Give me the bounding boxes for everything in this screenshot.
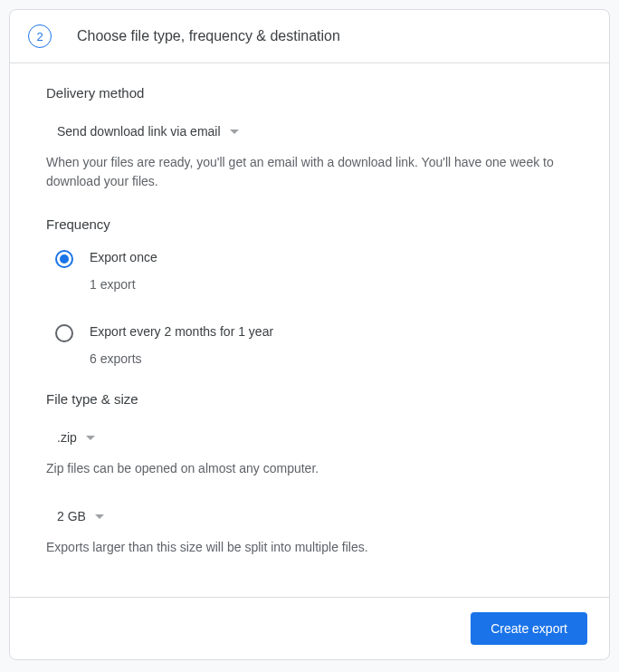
- file-type-helper: Zip files can be opened on almost any co…: [46, 459, 573, 478]
- create-export-button[interactable]: Create export: [471, 612, 587, 645]
- caret-down-icon: [95, 514, 104, 519]
- frequency-option-bimonthly[interactable]: Export every 2 months for 1 year 6 expor…: [55, 324, 573, 366]
- frequency-radio-group: Export once 1 export Export every 2 mont…: [55, 250, 573, 366]
- radio-text-group: Export every 2 months for 1 year 6 expor…: [90, 324, 273, 366]
- radio-text-group: Export once 1 export: [90, 250, 157, 292]
- radio-label: Export every 2 months for 1 year: [90, 324, 273, 339]
- radio-icon: [55, 324, 73, 342]
- delivery-method-title: Delivery method: [46, 85, 573, 101]
- export-settings-card: 2 Choose file type, frequency & destinat…: [9, 9, 610, 660]
- frequency-option-once[interactable]: Export once 1 export: [55, 250, 573, 292]
- frequency-title: Frequency: [46, 216, 573, 232]
- file-size-helper: Exports larger than this size will be sp…: [46, 538, 573, 557]
- step-header: 2 Choose file type, frequency & destinat…: [10, 10, 609, 63]
- filetype-title: File type & size: [46, 391, 573, 407]
- file-type-dropdown[interactable]: .zip: [50, 425, 102, 450]
- radio-icon: [55, 250, 73, 268]
- radio-sublabel: 1 export: [90, 277, 157, 292]
- settings-body: Delivery method Send download link via e…: [10, 63, 609, 597]
- step-title: Choose file type, frequency & destinatio…: [77, 28, 340, 44]
- card-footer: Create export: [10, 597, 609, 659]
- step-number-badge: 2: [28, 24, 52, 48]
- delivery-method-dropdown[interactable]: Send download link via email: [50, 119, 246, 144]
- file-size-selected: 2 GB: [57, 509, 86, 523]
- file-size-dropdown[interactable]: 2 GB: [50, 504, 111, 529]
- delivery-method-helper: When your files are ready, you'll get an…: [46, 153, 573, 191]
- radio-sublabel: 6 exports: [90, 351, 273, 366]
- radio-label: Export once: [90, 250, 157, 264]
- caret-down-icon: [230, 130, 239, 134]
- file-type-selected: .zip: [57, 430, 77, 445]
- delivery-method-selected: Send download link via email: [57, 124, 221, 139]
- caret-down-icon: [86, 436, 95, 440]
